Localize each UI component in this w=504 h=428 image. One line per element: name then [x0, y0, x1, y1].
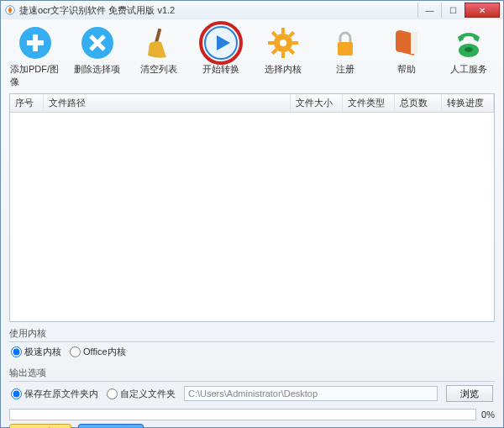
- gear-icon: [265, 25, 301, 61]
- x-circle-icon: [80, 25, 115, 61]
- col-path[interactable]: 文件路径: [44, 94, 291, 112]
- help-button[interactable]: 帮助: [381, 24, 432, 88]
- app-icon: [4, 4, 16, 16]
- window-title: 捷速ocr文字识别软件 免费试用版 v1.2: [19, 4, 175, 17]
- col-prog[interactable]: 转换进度: [442, 94, 494, 112]
- start-label: 开始转换: [202, 63, 239, 76]
- register-label: 注册: [336, 63, 354, 76]
- file-list: 序号 文件路径 文件大小 文件类型 总页数 转换进度: [9, 93, 495, 322]
- svg-rect-3: [33, 34, 38, 51]
- titlebar: 捷速ocr文字识别软件 免费试用版 v1.2 — ☐ ✕: [1, 1, 503, 19]
- radio-custom-folder[interactable]: 自定义文件夹: [107, 388, 176, 400]
- engine-button[interactable]: 选择内核: [258, 24, 308, 88]
- sdk-button[interactable]: SDK定制: [78, 424, 144, 428]
- broom-icon: [141, 25, 176, 61]
- svg-rect-18: [338, 42, 353, 55]
- minimize-button[interactable]: —: [417, 3, 441, 18]
- radio-same-folder[interactable]: 保存在原文件夹内: [11, 388, 98, 400]
- remove-button[interactable]: 删除选择项: [72, 24, 123, 88]
- phone-icon: [451, 25, 486, 61]
- service-button[interactable]: 人工服务: [444, 24, 494, 88]
- output-section: 输出选项 保存在原文件夹内 自定义文件夹 浏览: [9, 365, 495, 405]
- output-path-input[interactable]: [184, 386, 438, 401]
- lock-icon: [328, 25, 363, 61]
- footer: QQ交谈 SDK定制 客服热线：4006685572 QQ：4006685572: [9, 424, 495, 428]
- svg-point-9: [280, 40, 286, 46]
- progress-bar: [9, 409, 476, 420]
- radio-office-engine[interactable]: Office内核: [70, 346, 126, 358]
- remove-label: 删除选择项: [74, 63, 120, 76]
- svg-rect-13: [292, 41, 298, 45]
- engine-section: 使用内核 极速内核 Office内核: [9, 325, 495, 362]
- engine-header: 使用内核: [9, 325, 495, 342]
- progress-percent: 0%: [481, 410, 495, 420]
- svg-point-21: [465, 47, 473, 52]
- add-pdf-button[interactable]: 添加PDF/图像: [10, 24, 60, 88]
- start-button[interactable]: 开始转换: [196, 24, 246, 88]
- help-label: 帮助: [397, 63, 416, 76]
- clear-button[interactable]: 清空列表: [134, 24, 184, 88]
- svg-rect-11: [281, 52, 285, 58]
- progress-row: 0%: [9, 409, 495, 420]
- service-label: 人工服务: [450, 63, 487, 76]
- engine-label: 选择内核: [265, 63, 302, 76]
- toolbar: 添加PDF/图像 删除选择项 清空列表 开始转换 选择内核 注册 帮助: [1, 19, 503, 92]
- add-label: 添加PDF/图像: [10, 63, 60, 88]
- output-header: 输出选项: [9, 365, 495, 382]
- plus-circle-icon: [18, 25, 53, 61]
- register-button[interactable]: 注册: [320, 24, 370, 88]
- svg-rect-19: [411, 32, 417, 54]
- col-type[interactable]: 文件类型: [343, 94, 395, 112]
- table-header: 序号 文件路径 文件大小 文件类型 总页数 转换进度: [10, 94, 494, 113]
- radio-fast-engine[interactable]: 极速内核: [11, 346, 61, 358]
- maximize-button[interactable]: ☐: [441, 3, 465, 18]
- app-window: 捷速ocr文字识别软件 免费试用版 v1.2 — ☐ ✕ 添加PDF/图像 删除…: [0, 0, 504, 428]
- col-size[interactable]: 文件大小: [291, 94, 343, 112]
- book-icon: [389, 25, 424, 61]
- browse-button[interactable]: 浏览: [446, 385, 493, 402]
- col-seq[interactable]: 序号: [10, 94, 44, 112]
- svg-rect-10: [281, 28, 285, 34]
- col-pages[interactable]: 总页数: [395, 94, 442, 112]
- clear-label: 清空列表: [140, 63, 177, 76]
- play-circle-icon: [203, 25, 239, 61]
- svg-rect-12: [268, 41, 274, 45]
- qq-chat-button[interactable]: QQ交谈: [9, 424, 71, 428]
- close-button[interactable]: ✕: [465, 3, 500, 18]
